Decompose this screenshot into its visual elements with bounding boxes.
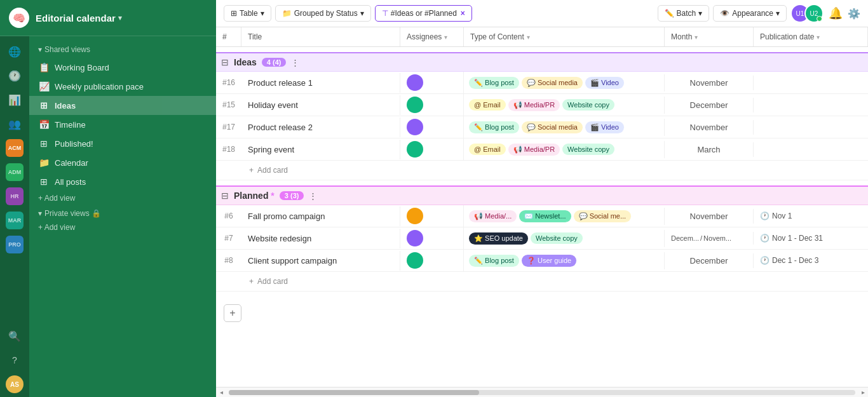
grouped-label: Grouped by Status (294, 9, 358, 18)
tag-video[interactable]: 🎬 Video (585, 77, 624, 89)
scroll-left-btn[interactable]: ◂ (216, 387, 226, 398)
sidebar-icon-hr[interactable]: HR (3, 185, 26, 208)
sidebar-icon-clock[interactable]: 🕐 (3, 64, 26, 87)
row-month[interactable]: Decem... / Novem... (665, 232, 754, 245)
sidebar-icon-help[interactable]: ? (3, 349, 26, 372)
scroll-track[interactable] (229, 390, 855, 395)
row-month[interactable]: November (665, 120, 754, 135)
group-planned-menu-btn[interactable]: ⋮ (309, 191, 317, 201)
toolbar-right: U1 U2 🔔 ⚙️ (790, 4, 860, 23)
tag-user-guide[interactable]: ❓ User guide (522, 255, 576, 267)
tag-seo-update[interactable]: ⭐ SEO update (469, 232, 528, 245)
col-header-pubdate[interactable]: Publication date ▾ (754, 27, 868, 46)
appearance-btn[interactable]: 👁️ Appearance ▾ (713, 5, 787, 22)
col-header-title: Title (241, 27, 400, 46)
row-month[interactable]: December (665, 98, 754, 112)
row-num: #17 (216, 123, 241, 131)
table-area: # Title Assignees ▾ Type of Content ▾ Mo… (216, 27, 868, 387)
row-assignee (400, 138, 464, 160)
tag-social-media[interactable]: 💬 Social media (522, 77, 583, 89)
tag-website-copy[interactable]: Website copy (562, 99, 614, 111)
shared-views-header[interactable]: ▾ Shared views (29, 41, 216, 58)
sidebar-item-label: Calendar (55, 158, 88, 168)
grouped-btn[interactable]: 📁 Grouped by Status ▾ (275, 5, 371, 22)
row-title[interactable]: Spring event (241, 140, 400, 159)
row-month[interactable]: March (665, 142, 754, 157)
col-header-assignees[interactable]: Assignees ▾ (400, 27, 464, 46)
col-header-num: # (216, 27, 241, 46)
row-title[interactable]: Holiday event (241, 95, 400, 115)
group-planned-collapse-btn[interactable]: ⊟ (221, 191, 229, 201)
row-month[interactable]: November (665, 209, 754, 224)
settings-btn[interactable]: ⚙️ (848, 8, 860, 20)
row-title[interactable]: Product release 2 (241, 118, 400, 137)
sidebar-icon-pro[interactable]: PRO (3, 233, 26, 256)
row-num: #16 (216, 78, 241, 87)
tag-blog-post[interactable]: ✏️ Blog post (469, 121, 519, 133)
group-ideas-menu-btn[interactable]: ⋮ (291, 58, 299, 67)
horizontal-scrollbar[interactable]: ◂ ▸ (216, 387, 868, 397)
group-planned: ⊟ Planned * 3 (3) ⋮ #6 Fall promo campai… (216, 185, 868, 292)
tag-website-copy[interactable]: Website copy (562, 144, 614, 155)
app-title[interactable]: Editorial calendar ▾ (36, 13, 122, 24)
add-view-btn[interactable]: + Add view (29, 191, 216, 205)
row-title[interactable]: Product release 1 (241, 73, 400, 93)
sidebar-icon-people[interactable]: 👥 (3, 112, 26, 135)
row-num: #8 (216, 256, 241, 265)
add-card-btn-ideas[interactable]: + Add card (247, 165, 863, 176)
assignee-avatar (407, 230, 423, 246)
scroll-thumb[interactable] (229, 390, 479, 395)
tag-media-pr[interactable]: 📢 Media/... (469, 210, 517, 222)
sidebar-icon-search[interactable]: 🔍 (3, 325, 26, 347)
sidebar-item-timeline[interactable]: 📅 Timeline (29, 115, 216, 134)
row-pubdate (754, 80, 868, 85)
row-month[interactable]: November (665, 76, 754, 90)
sidebar-item-weekly-pace[interactable]: 📈 Weekly publication pace (29, 77, 216, 96)
pubdate-icon: 🕐 (760, 234, 770, 243)
tag-website-copy[interactable]: Website copy (531, 232, 583, 244)
filter-close-btn[interactable]: × (461, 9, 465, 18)
notification-btn[interactable]: 🔔 (829, 6, 843, 20)
tag-email[interactable]: @ Email (469, 144, 506, 155)
row-title[interactable]: Fall promo campaign (241, 206, 400, 226)
sidebar-icon-globe[interactable]: 🌐 (3, 40, 26, 63)
sidebar-item-all-posts[interactable]: ⊞ All posts (29, 172, 216, 191)
sidebar-icon-acm[interactable]: ACM (3, 137, 26, 159)
sidebar-item-published[interactable]: ⊞ Published! (29, 134, 216, 153)
filter-chip[interactable]: ⊤ #Ideas or #Planned × (375, 5, 472, 22)
add-card-btn-planned[interactable]: + Add card (247, 276, 863, 287)
tag-social-media[interactable]: 💬 Social me... (574, 210, 632, 222)
row-title[interactable]: Website redesign (241, 229, 400, 248)
table-view-btn[interactable]: ⊞ Table ▾ (224, 5, 271, 22)
user-avatar-bottom[interactable]: AS (6, 375, 24, 393)
month-sort-icon: ▾ (695, 34, 698, 41)
all-posts-icon: ⊞ (38, 177, 50, 187)
sidebar-icon-adm[interactable]: ADM (3, 161, 26, 184)
sidebar-item-calendar[interactable]: 📁 Calendar (29, 153, 216, 172)
col-header-month[interactable]: Month ▾ (665, 27, 754, 46)
row-tags: @ Email 📢 Media/PR Website copy (464, 97, 665, 114)
tag-media-pr[interactable]: 📢 Media/PR (508, 144, 560, 156)
shared-views-chevron: ▾ (38, 45, 42, 54)
col-header-type[interactable]: Type of Content ▾ (464, 27, 665, 46)
tag-email[interactable]: @ Email (469, 99, 506, 111)
batch-btn[interactable]: ✏️ Batch ▾ (658, 5, 710, 22)
scroll-right-btn[interactable]: ▸ (858, 387, 868, 398)
sidebar-icon-mar[interactable]: MAR (3, 209, 26, 232)
row-title[interactable]: Client support campaign (241, 251, 400, 271)
tag-blog-post[interactable]: ✏️ Blog post (469, 77, 519, 89)
private-add-view-btn[interactable]: + Add view (29, 220, 216, 234)
sidebar-item-working-board[interactable]: 📋 Working Board (29, 58, 216, 77)
add-group-btn[interactable]: + (224, 304, 241, 322)
row-month[interactable]: December (665, 253, 754, 268)
app-title-text: Editorial calendar (36, 13, 116, 24)
table-row: #7 Website redesign ⭐ SEO update Website… (216, 227, 868, 250)
tag-newsletter[interactable]: ✉️ Newslet... (519, 210, 571, 222)
tag-media-pr[interactable]: 📢 Media/PR (508, 99, 560, 111)
tag-social-media[interactable]: 💬 Social media (522, 121, 583, 133)
tag-video[interactable]: 🎬 Video (585, 121, 624, 133)
tag-blog-post[interactable]: ✏️ Blog post (469, 255, 519, 267)
sidebar-icon-chart[interactable]: 📊 (3, 88, 26, 111)
group-ideas-collapse-btn[interactable]: ⊟ (221, 57, 229, 67)
sidebar-item-ideas[interactable]: ⊞ Ideas (29, 96, 216, 115)
